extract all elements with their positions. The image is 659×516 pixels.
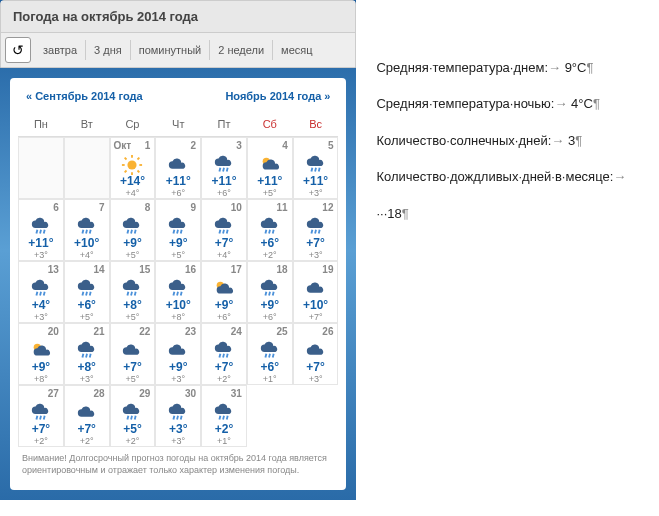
history-icon[interactable]: ↺ <box>5 37 31 63</box>
day-number: 7 <box>99 202 105 213</box>
temp-low: +5° <box>113 250 153 260</box>
day-cell[interactable]: 5+11°+3° <box>293 137 339 199</box>
svg-line-35 <box>315 230 316 234</box>
tab-3[interactable]: 2 недели <box>210 40 273 60</box>
day-cell[interactable]: 11+6°+2° <box>247 199 293 261</box>
temp-low: +5° <box>250 188 290 198</box>
weather-rain-icon <box>259 278 281 296</box>
day-cell[interactable]: 29+5°+2° <box>110 385 156 447</box>
temp-high: +9° <box>250 298 290 312</box>
day-cell[interactable]: 22+7°+5° <box>110 323 156 385</box>
temp-high: +14° <box>113 174 153 188</box>
svg-line-36 <box>318 230 319 234</box>
day-number: 6 <box>53 202 59 213</box>
next-month-link[interactable]: Ноябрь 2014 года » <box>225 90 330 102</box>
svg-line-48 <box>181 292 182 296</box>
svg-line-23 <box>132 230 133 234</box>
temp-low: +5° <box>113 374 153 384</box>
day-cell[interactable]: 20+9°+8° <box>18 323 64 385</box>
weather-rain-icon <box>76 278 98 296</box>
temp-high: +6° <box>67 298 107 312</box>
day-cell[interactable]: 24+7°+2° <box>201 323 247 385</box>
svg-line-63 <box>36 416 37 420</box>
pilcrow-icon: ¶ <box>575 133 582 148</box>
weather-partly-icon <box>259 154 281 172</box>
svg-line-30 <box>227 230 228 234</box>
tab-1[interactable]: 3 дня <box>86 40 131 60</box>
temp-low: +3° <box>158 374 198 384</box>
day-cell[interactable]: 27+7°+2° <box>18 385 64 447</box>
day-cell[interactable]: 10+7°+4° <box>201 199 247 261</box>
svg-line-65 <box>44 416 45 420</box>
weather-rain-icon <box>305 216 327 234</box>
day-cell[interactable]: 26+7°+3° <box>293 323 339 385</box>
temp-high: +9° <box>204 298 244 312</box>
day-cell[interactable]: 8+9°+5° <box>110 199 156 261</box>
day-cell[interactable]: 14+6°+5° <box>64 261 110 323</box>
tab-0[interactable]: завтра <box>35 40 86 60</box>
day-cell[interactable]: 15+8°+5° <box>110 261 156 323</box>
day-cell[interactable]: 31+2°+1° <box>201 385 247 447</box>
day-cell[interactable]: 2+11°+6° <box>155 137 201 199</box>
day-cell[interactable]: 7+10°+4° <box>64 199 110 261</box>
day-cell[interactable]: 12+7°+3° <box>293 199 339 261</box>
weather-partly-icon <box>30 340 52 358</box>
tab-arrow-icon: → <box>551 133 564 148</box>
weather-cloud-icon <box>305 278 327 296</box>
day-cell[interactable]: 21+8°+3° <box>64 323 110 385</box>
temp-high: +7° <box>113 360 153 374</box>
day-number: 22 <box>139 326 150 337</box>
day-header: Чт <box>155 112 201 137</box>
temp-high: +8° <box>113 298 153 312</box>
tab-4[interactable]: месяц <box>273 40 320 60</box>
day-cell[interactable]: 9+9°+5° <box>155 199 201 261</box>
svg-line-33 <box>273 230 274 234</box>
weather-rain-icon <box>259 340 281 358</box>
temp-high: +10° <box>296 298 336 312</box>
day-cell[interactable]: Окт1+14°+4° <box>110 137 156 199</box>
temp-high: +7° <box>21 422 61 436</box>
temp-low: +2° <box>21 436 61 446</box>
temp-low: +2° <box>204 374 244 384</box>
day-cell[interactable]: 6+11°+3° <box>18 199 64 261</box>
day-cell[interactable]: 17+9°+6° <box>201 261 247 323</box>
svg-line-14 <box>315 168 316 172</box>
day-number: 21 <box>93 326 104 337</box>
day-cell[interactable]: 16+10°+8° <box>155 261 201 323</box>
tab-2[interactable]: поминутный <box>131 40 211 60</box>
day-header: Сб <box>247 112 293 137</box>
day-cell[interactable]: 4+11°+5° <box>247 137 293 199</box>
temp-high: +7° <box>296 360 336 374</box>
day-header: Пн <box>18 112 64 137</box>
stat-value: 4°C <box>571 96 593 111</box>
day-cell[interactable]: 13+4°+3° <box>18 261 64 323</box>
weather-sun-icon <box>121 154 143 172</box>
day-cell[interactable]: 25+6°+1° <box>247 323 293 385</box>
svg-line-67 <box>132 416 133 420</box>
day-number: 24 <box>231 326 242 337</box>
svg-line-44 <box>132 292 133 296</box>
svg-line-56 <box>89 354 90 358</box>
svg-line-61 <box>269 354 270 358</box>
svg-line-26 <box>177 230 178 234</box>
day-number: 28 <box>93 388 104 399</box>
day-cell[interactable]: 30+3°+3° <box>155 385 201 447</box>
day-header: Вс <box>293 112 339 137</box>
day-cell[interactable]: 19+10°+7° <box>293 261 339 323</box>
prev-month-link[interactable]: « Сентябрь 2014 года <box>26 90 143 102</box>
svg-line-66 <box>128 416 129 420</box>
svg-line-62 <box>273 354 274 358</box>
svg-line-40 <box>82 292 83 296</box>
weather-rain-icon <box>167 402 189 420</box>
svg-line-21 <box>89 230 90 234</box>
day-cell[interactable]: 18+9°+6° <box>247 261 293 323</box>
weather-rain-icon <box>259 216 281 234</box>
weather-rain-icon <box>76 216 98 234</box>
svg-line-51 <box>269 292 270 296</box>
day-cell[interactable]: 23+9°+3° <box>155 323 201 385</box>
svg-line-9 <box>219 168 220 172</box>
day-cell[interactable]: 28+7°+2° <box>64 385 110 447</box>
weather-rain-icon <box>213 154 235 172</box>
day-cell[interactable]: 3+11°+6° <box>201 137 247 199</box>
svg-line-64 <box>40 416 41 420</box>
